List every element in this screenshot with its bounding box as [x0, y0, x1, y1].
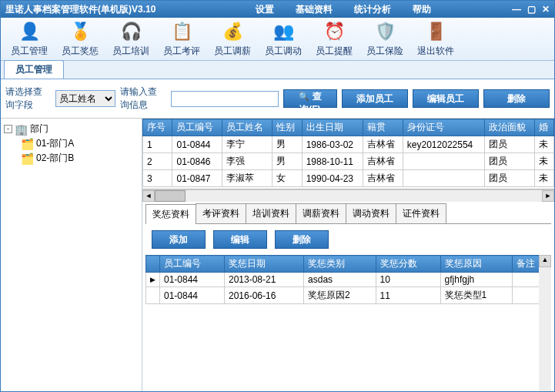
minimize-button[interactable]: —: [512, 4, 521, 15]
scroll-right-icon[interactable]: ►: [542, 190, 554, 202]
toolbar-icon: 🏅: [68, 20, 92, 43]
toolbar-label: 员工考评: [156, 45, 207, 58]
subtab-2[interactable]: 培训资料: [246, 203, 296, 223]
subtab-0[interactable]: 奖惩资料: [145, 204, 196, 224]
detail-add-button[interactable]: 添加: [152, 230, 206, 249]
folder-icon: 🏢: [15, 123, 28, 136]
toolbar-icon: 🚪: [423, 20, 448, 43]
col-header[interactable]: 奖惩分数: [376, 256, 440, 273]
col-header[interactable]: 性别: [272, 119, 302, 136]
col-header[interactable]: 出生日期: [302, 119, 363, 136]
app-title: 里诺人事档案管理软件(单机版)V3.10: [5, 3, 155, 16]
toolbar-item-2[interactable]: 🎧员工培训: [105, 20, 156, 58]
close-button[interactable]: ✕: [542, 4, 550, 15]
col-header[interactable]: 员工编号: [160, 256, 225, 273]
toolbar-item-4[interactable]: 💰员工调薪: [207, 20, 258, 58]
toolbar-label: 员工提醒: [309, 45, 359, 58]
toolbar-item-1[interactable]: 🏅员工奖惩: [55, 20, 105, 58]
toolbar-label: 员工调薪: [207, 45, 258, 58]
toolbar-icon: 📋: [169, 20, 194, 43]
toolbar-item-3[interactable]: 📋员工考评: [156, 20, 207, 58]
subtab-5[interactable]: 证件资料: [396, 203, 446, 223]
detail-delete-button[interactable]: 删除: [275, 230, 329, 249]
menu-help[interactable]: 帮助: [413, 3, 431, 16]
col-header[interactable]: 政治面貌: [484, 119, 534, 136]
subtab-3[interactable]: 调薪资料: [296, 203, 346, 223]
scroll-up-icon[interactable]: ▲: [539, 255, 551, 267]
title-bar: 里诺人事档案管理软件(单机版)V3.10 设置 基础资料 统计分析 帮助 — ▢…: [1, 1, 554, 18]
tree-node-dept-a[interactable]: 🗂️ 01-部门A: [21, 136, 139, 151]
toolbar-item-7[interactable]: 🛡️员工保险: [359, 20, 410, 58]
col-header[interactable]: 奖惩类别: [304, 256, 376, 273]
toolbar-item-0[interactable]: 👤员工管理: [4, 20, 55, 58]
search-field-select[interactable]: 员工姓名: [55, 90, 115, 107]
search-input[interactable]: [171, 91, 279, 107]
horizontal-scrollbar[interactable]: ◄ ►: [142, 189, 554, 202]
toolbar-icon: ⏰: [322, 20, 346, 43]
toolbar-label: 员工培训: [105, 45, 156, 58]
search-bar: 请选择查询字段 员工姓名 请输入查询信息 🔍 查询(F) 添加员工 编辑员工 删…: [1, 79, 554, 119]
toolbar: 👤员工管理🏅员工奖惩🎧员工培训📋员工考评💰员工调薪👥员工调动⏰员工提醒🛡️员工保…: [1, 18, 554, 61]
maximize-button[interactable]: ▢: [527, 4, 536, 15]
row-marker: ▶: [146, 273, 160, 287]
toolbar-item-6[interactable]: ⏰员工提醒: [309, 20, 359, 58]
detail-edit-button[interactable]: 编辑: [213, 230, 267, 249]
tab-bar: 员工管理: [1, 61, 554, 79]
query-button[interactable]: 🔍 查询(F): [283, 89, 337, 108]
vertical-scrollbar[interactable]: ▲ ▼: [539, 255, 551, 392]
search-field-label: 请选择查询字段: [5, 85, 51, 112]
scroll-thumb[interactable]: [155, 190, 186, 202]
collapse-icon[interactable]: -: [4, 125, 12, 133]
table-row[interactable]: 301-0847李淑萃女1990-04-23吉林省团员未: [143, 170, 554, 187]
subtab-1[interactable]: 考评资料: [196, 203, 246, 223]
dept-icon: 🗂️: [21, 152, 34, 165]
col-header[interactable]: 婚: [534, 119, 553, 136]
menu-stats[interactable]: 统计分析: [354, 3, 391, 16]
toolbar-item-8[interactable]: 🚪退出软件: [410, 20, 461, 58]
table-row[interactable]: ▶01-08442013-08-21asdas10gfjhfgjh: [146, 273, 551, 287]
table-row[interactable]: 01-08442016-06-16奖惩原因211奖惩类型1: [146, 287, 551, 304]
table-row[interactable]: 201-0846李强男1988-10-11吉林省团员未: [143, 153, 554, 170]
toolbar-label: 退出软件: [410, 45, 461, 58]
tree-node-dept-b[interactable]: 🗂️ 02-部门B: [21, 151, 139, 166]
detail-table[interactable]: 员工编号奖惩日期奖惩类别奖惩分数奖惩原因备注 ▶01-08442013-08-2…: [145, 255, 551, 304]
search-input-label: 请输入查询信息: [120, 85, 165, 112]
col-header[interactable]: 员工姓名: [222, 119, 272, 136]
add-employee-button[interactable]: 添加员工: [342, 89, 408, 108]
col-header[interactable]: 奖惩原因: [440, 256, 513, 273]
toolbar-icon: 💰: [220, 20, 245, 43]
main-menu: 设置 基础资料 统计分析 帮助: [256, 3, 431, 16]
toolbar-item-5[interactable]: 👥员工调动: [258, 20, 309, 58]
toolbar-label: 员工保险: [359, 45, 410, 58]
row-marker: [146, 287, 160, 304]
dept-icon: 🗂️: [21, 138, 34, 150]
table-row[interactable]: 101-0844李宁男1986-03-02吉林省key2012022554团员未: [143, 136, 554, 153]
menu-basicdata[interactable]: 基础资料: [296, 3, 333, 16]
menu-settings[interactable]: 设置: [256, 3, 274, 16]
col-header[interactable]: 序号: [143, 119, 172, 136]
toolbar-label: 员工管理: [4, 45, 55, 58]
delete-employee-button[interactable]: 删除: [483, 89, 550, 108]
col-header[interactable]: 员工编号: [172, 119, 222, 136]
toolbar-icon: 👤: [17, 20, 42, 43]
toolbar-label: 员工调动: [258, 45, 309, 58]
toolbar-label: 员工奖惩: [55, 45, 105, 58]
col-header[interactable]: 籍贯: [363, 119, 403, 136]
subtab-4[interactable]: 调动资料: [346, 203, 396, 223]
col-header[interactable]: 身份证号: [403, 119, 484, 136]
employee-table[interactable]: 序号员工编号员工姓名性别出生日期籍贯身份证号政治面貌婚 101-0844李宁男1…: [142, 119, 554, 187]
toolbar-icon: 🛡️: [373, 20, 397, 43]
tree-root[interactable]: - 🏢 部门: [4, 122, 139, 136]
toolbar-icon: 👥: [271, 20, 296, 43]
toolbar-icon: 🎧: [119, 20, 143, 43]
col-header[interactable]: 奖惩日期: [225, 256, 304, 273]
detail-tabs: 奖惩资料考评资料培训资料调薪资料调动资料证件资料: [145, 203, 551, 224]
scroll-left-icon[interactable]: ◄: [142, 190, 155, 202]
edit-employee-button[interactable]: 编辑员工: [413, 89, 479, 108]
department-tree: - 🏢 部门 🗂️ 01-部门A 🗂️ 02-部门B: [1, 119, 142, 392]
tab-employee-mgmt[interactable]: 员工管理: [4, 60, 64, 79]
